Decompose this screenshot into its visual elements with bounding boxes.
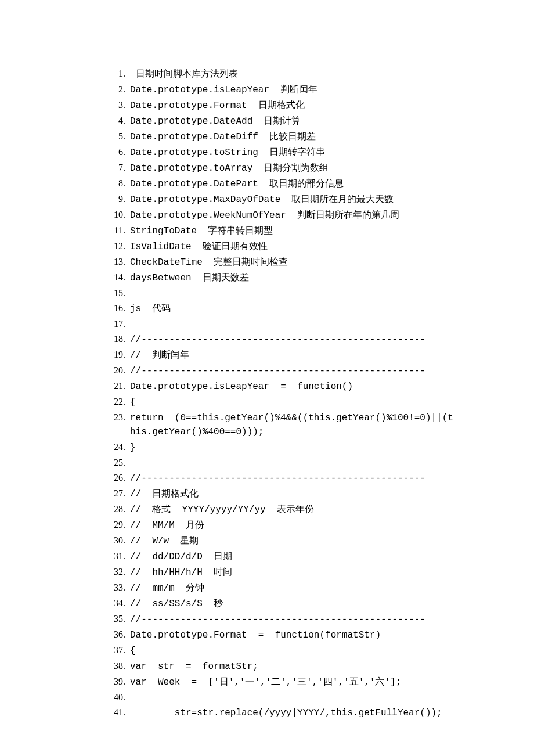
line-content: Date.prototype.toString 日期转字符串 bbox=[130, 146, 325, 160]
line-content: // dd/DD/d/D 日期 bbox=[130, 550, 232, 564]
line-number-dot: . bbox=[123, 98, 130, 112]
line-number: 1 bbox=[104, 67, 123, 81]
code-line: 23.return (0==this.getYear()%4&&((this.g… bbox=[104, 411, 534, 439]
line-number: 29 bbox=[104, 518, 123, 532]
line-content: StringToDate 字符串转日期型 bbox=[130, 224, 273, 238]
code-line: 18.//-----------------------------------… bbox=[104, 332, 534, 347]
line-number: 15 bbox=[104, 286, 123, 300]
line-number-dot: . bbox=[123, 440, 130, 454]
code-line: 11.StringToDate 字符串转日期型 bbox=[104, 224, 534, 238]
line-number: 24 bbox=[104, 440, 123, 454]
line-number-dot: . bbox=[123, 628, 130, 642]
line-number-dot: . bbox=[123, 82, 130, 96]
code-line: 16.js 代码 bbox=[104, 301, 534, 316]
line-number-dot: . bbox=[123, 471, 130, 485]
line-number: 27 bbox=[104, 487, 123, 501]
line-number: 13 bbox=[104, 255, 123, 269]
line-content: Date.prototype.Format 日期格式化 bbox=[130, 99, 305, 113]
code-listing: 1. 日期时间脚本库方法列表2.Date.prototype.isLeapYea… bbox=[104, 67, 534, 720]
line-content: // 日期格式化 bbox=[130, 487, 199, 501]
line-number-dot: . bbox=[123, 271, 130, 285]
line-number-dot: . bbox=[123, 208, 130, 222]
line-content: // ss/SS/s/S 秒 bbox=[130, 597, 223, 611]
line-number: 28 bbox=[104, 502, 123, 516]
line-number-dot: . bbox=[123, 379, 130, 393]
code-line: 8.Date.prototype.DatePart 取日期的部分信息 bbox=[104, 177, 534, 191]
line-number: 8 bbox=[104, 177, 123, 190]
line-content: 日期时间脚本库方法列表 bbox=[130, 67, 238, 81]
code-line: 26.//-----------------------------------… bbox=[104, 471, 534, 485]
line-content: Date.prototype.DateDiff 比较日期差 bbox=[130, 130, 316, 144]
line-number: 35 bbox=[104, 612, 123, 626]
code-line: 35.//-----------------------------------… bbox=[104, 612, 534, 627]
line-content: // W/w 星期 bbox=[130, 534, 199, 548]
line-number-dot: . bbox=[123, 145, 130, 159]
line-content: Date.prototype.DateAdd 日期计算 bbox=[130, 114, 301, 128]
line-number: 40 bbox=[104, 690, 123, 704]
line-content: Date.prototype.DatePart 取日期的部分信息 bbox=[130, 177, 344, 191]
line-number-dot: . bbox=[123, 581, 130, 595]
code-line: 29.// MM/M 月份 bbox=[104, 518, 534, 532]
code-line: 9.Date.prototype.MaxDayOfDate 取日期所在月的最大天… bbox=[104, 192, 534, 207]
line-number: 18 bbox=[104, 332, 123, 346]
line-number: 4 bbox=[104, 114, 123, 128]
code-line: 25. bbox=[104, 456, 534, 470]
line-content: // mm/m 分钟 bbox=[130, 581, 204, 595]
line-number: 2 bbox=[104, 82, 123, 96]
code-line: 38.var str = formatStr; bbox=[104, 659, 534, 674]
code-line: 21.Date.prototype.isLeapYear = function(… bbox=[104, 379, 534, 394]
line-number-dot: . bbox=[123, 411, 130, 424]
code-line: 24.} bbox=[104, 440, 534, 455]
line-content: return (0==this.getYear()%4&&((this.getY… bbox=[130, 411, 455, 439]
line-number: 25 bbox=[104, 456, 123, 470]
code-line: 5.Date.prototype.DateDiff 比较日期差 bbox=[104, 129, 534, 144]
line-number-dot: . bbox=[123, 487, 130, 501]
line-number: 10 bbox=[104, 208, 123, 222]
line-number-dot: . bbox=[123, 395, 130, 409]
line-number-dot: . bbox=[123, 565, 130, 579]
code-line: 33.// mm/m 分钟 bbox=[104, 581, 534, 595]
line-content: { bbox=[130, 644, 136, 658]
code-line: 41. str=str.replace(/yyyy|YYYY/,this.get… bbox=[104, 705, 534, 720]
line-number-dot: . bbox=[123, 456, 130, 470]
line-number: 37 bbox=[104, 643, 123, 657]
line-number-dot: . bbox=[123, 363, 130, 377]
line-number: 11 bbox=[104, 224, 123, 237]
line-number-dot: . bbox=[123, 502, 130, 516]
code-line: 40. bbox=[104, 690, 534, 704]
line-number: 17 bbox=[104, 317, 123, 331]
line-content: } bbox=[130, 441, 136, 455]
line-content: // MM/M 月份 bbox=[130, 519, 204, 532]
line-content: Date.prototype.WeekNumOfYear 判断日期所在年的第几周 bbox=[130, 208, 399, 222]
code-line: 10.Date.prototype.WeekNumOfYear 判断日期所在年的… bbox=[104, 208, 534, 222]
line-number: 7 bbox=[104, 161, 123, 175]
code-line: 34.// ss/SS/s/S 秒 bbox=[104, 596, 534, 611]
line-number: 31 bbox=[104, 549, 123, 563]
line-number: 16 bbox=[104, 301, 123, 315]
code-line: 15. bbox=[104, 286, 534, 300]
document-page: 1. 日期时间脚本库方法列表2.Date.prototype.isLeapYea… bbox=[0, 0, 534, 756]
code-line: 14.daysBetween 日期天数差 bbox=[104, 271, 534, 285]
line-number: 38 bbox=[104, 659, 123, 673]
line-number: 23 bbox=[104, 411, 123, 424]
line-number: 12 bbox=[104, 239, 123, 253]
line-content: Date.prototype.Format = function(formatS… bbox=[130, 628, 381, 642]
line-number-dot: . bbox=[123, 612, 130, 626]
line-number: 3 bbox=[104, 98, 123, 112]
line-number-dot: . bbox=[123, 192, 130, 206]
line-content: var Week = ['日','一','二','三','四','五','六']… bbox=[130, 675, 401, 689]
line-number-dot: . bbox=[123, 705, 130, 719]
line-number-dot: . bbox=[123, 659, 130, 673]
line-number-dot: . bbox=[123, 549, 130, 563]
code-line: 32.// hh/HH/h/H 时间 bbox=[104, 565, 534, 579]
line-number-dot: . bbox=[123, 643, 130, 657]
line-number-dot: . bbox=[123, 690, 130, 704]
line-content: //--------------------------------------… bbox=[130, 613, 425, 627]
line-number-dot: . bbox=[123, 348, 130, 362]
line-number-dot: . bbox=[123, 534, 130, 548]
line-number-dot: . bbox=[123, 67, 130, 81]
code-line: 1. 日期时间脚本库方法列表 bbox=[104, 67, 534, 81]
line-number-dot: . bbox=[123, 286, 130, 300]
line-number: 6 bbox=[104, 145, 123, 159]
line-content: IsValidDate 验证日期有效性 bbox=[130, 240, 268, 254]
